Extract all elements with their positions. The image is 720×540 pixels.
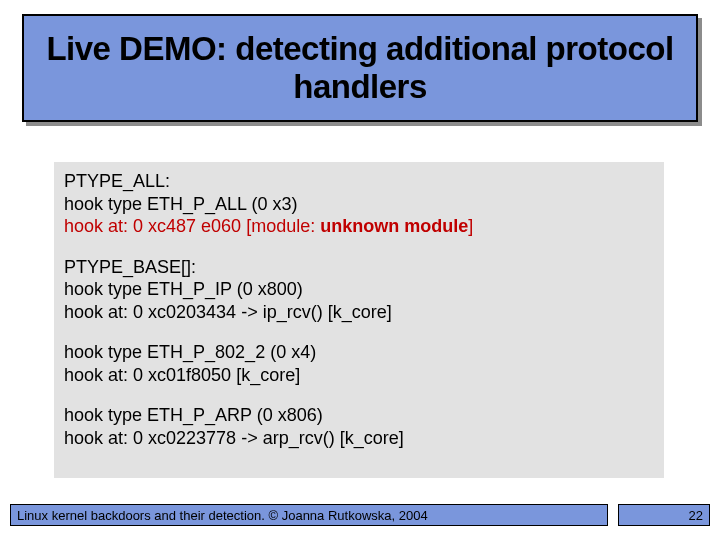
code-line: hook at: 0 xc0203434 -> ip_rcv() [k_core… — [64, 301, 654, 324]
code-block-1: PTYPE_ALL: hook type ETH_P_ALL (0 x3) ho… — [64, 170, 654, 238]
code-line: PTYPE_BASE[]: — [64, 256, 654, 279]
footer-text: Linux kernel backdoors and their detecti… — [17, 508, 428, 523]
title-box: Live DEMO: detecting additional protocol… — [22, 14, 698, 122]
module-bracket-close: ] — [468, 216, 473, 236]
code-line: PTYPE_ALL: — [64, 170, 654, 193]
slide-title: Live DEMO: detecting additional protocol… — [36, 30, 684, 106]
code-line: hook at: 0 xc0223778 -> arp_rcv() [k_cor… — [64, 427, 654, 450]
code-line: hook type ETH_P_ARP (0 x806) — [64, 404, 654, 427]
code-line: hook type ETH_P_ALL (0 x3) — [64, 193, 654, 216]
code-block-4: hook type ETH_P_ARP (0 x806) hook at: 0 … — [64, 404, 654, 449]
code-box: PTYPE_ALL: hook type ETH_P_ALL (0 x3) ho… — [54, 162, 664, 478]
code-line: hook type ETH_P_IP (0 x800) — [64, 278, 654, 301]
page-number: 22 — [689, 508, 703, 523]
footer-left: Linux kernel backdoors and their detecti… — [10, 504, 608, 526]
module-unknown: unknown module — [320, 216, 468, 236]
hook-address: hook at: 0 xc487 e060 — [64, 216, 246, 236]
slide: Live DEMO: detecting additional protocol… — [0, 0, 720, 540]
code-line: hook at: 0 xc487 e060 [module: unknown m… — [64, 215, 654, 238]
footer-right: 22 — [618, 504, 710, 526]
code-line: hook type ETH_P_802_2 (0 x4) — [64, 341, 654, 364]
module-bracket-open: [module: — [246, 216, 320, 236]
code-line: hook at: 0 xc01f8050 [k_core] — [64, 364, 654, 387]
code-block-3: hook type ETH_P_802_2 (0 x4) hook at: 0 … — [64, 341, 654, 386]
code-block-2: PTYPE_BASE[]: hook type ETH_P_IP (0 x800… — [64, 256, 654, 324]
